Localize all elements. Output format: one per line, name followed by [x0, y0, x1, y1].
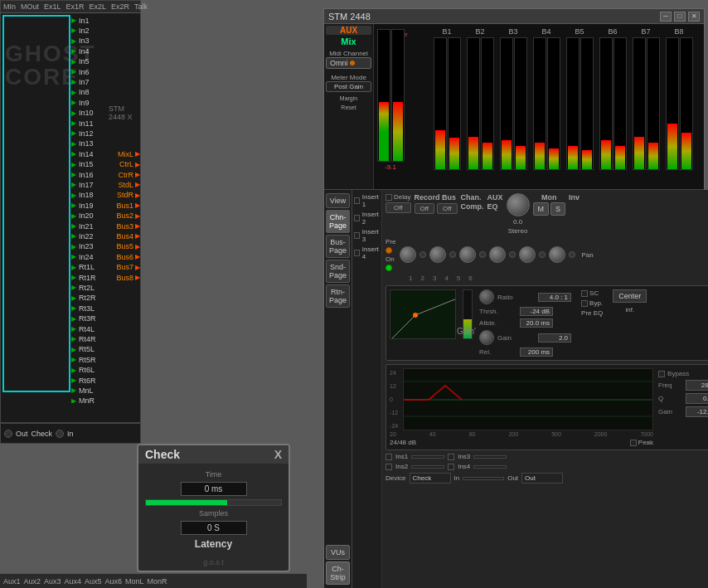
center-btn[interactable]: Center — [613, 289, 647, 303]
header-ex2l[interactable]: Ex2L — [88, 2, 109, 11]
eq-scale-12: 12 — [390, 383, 403, 389]
channel-item[interactable]: ▶MnR — [1, 394, 140, 403]
comp-graph — [390, 289, 456, 339]
in-indicator — [56, 430, 64, 438]
ins1-label: Ins1 — [395, 453, 408, 460]
header-talk[interactable]: Talk — [133, 2, 149, 11]
record-bus-off2-btn[interactable]: Off — [437, 203, 458, 214]
aux-knob-4[interactable] — [489, 246, 506, 263]
rtn-page-btn[interactable]: Rtn-Page — [326, 284, 350, 308]
margin-reset-btn[interactable]: Reset — [326, 104, 371, 110]
insert-2-cb[interactable] — [354, 215, 360, 221]
eq-graph — [403, 368, 653, 430]
footer-aux2[interactable]: Aux2 — [24, 577, 41, 586]
check-titlebar: Check X — [138, 445, 289, 464]
aux-knob-6[interactable] — [549, 246, 565, 263]
device-in-field[interactable] — [463, 477, 504, 480]
vu-channel-b3: B3 — [498, 27, 528, 186]
s-btn[interactable]: S — [550, 202, 565, 216]
footer-aux3[interactable]: Aux3 — [44, 577, 61, 586]
pre-led[interactable] — [386, 247, 392, 254]
bypass-cb[interactable] — [658, 371, 665, 377]
delay-cb[interactable] — [386, 194, 392, 201]
on-led[interactable] — [386, 265, 392, 271]
sc-cb[interactable] — [581, 290, 588, 297]
header-ex1l[interactable]: Ex1L — [42, 2, 63, 11]
aux-led-6[interactable] — [569, 251, 575, 258]
out-label[interactable]: Out — [16, 430, 28, 438]
main-knob[interactable] — [507, 193, 530, 216]
ins3-cb[interactable] — [448, 454, 454, 460]
aux-led-4[interactable] — [509, 251, 516, 258]
ins4-cb[interactable] — [448, 464, 454, 470]
snd-page-btn[interactable]: Snd-Page — [326, 260, 350, 283]
in-label[interactable]: In — [67, 430, 74, 438]
ins2-field[interactable] — [411, 465, 444, 469]
aux-led-1[interactable] — [419, 251, 426, 258]
vu-channel-b4: B4 — [531, 27, 561, 186]
ins3-field[interactable] — [473, 455, 507, 459]
device-field[interactable]: Check — [410, 473, 451, 484]
aux-knob-2[interactable] — [429, 246, 446, 263]
insert-3-cb[interactable] — [354, 232, 360, 239]
ratio-knob[interactable] — [479, 289, 494, 304]
aux-led-3[interactable] — [479, 251, 486, 258]
check-label-small[interactable]: Check — [32, 430, 53, 438]
eq-scale-m12: -12 — [390, 410, 403, 415]
insert-1-cb[interactable] — [354, 197, 360, 204]
header-mout[interactable]: MOut — [19, 2, 41, 11]
omni-btn[interactable]: Omni — [326, 57, 371, 69]
stm-window-controls: ─ □ ✕ — [660, 12, 700, 22]
aux-knob-1[interactable] — [400, 246, 416, 263]
vu-channel-mix: over 6 10 20 30 40 60 -9.1 — [376, 27, 405, 186]
aux-knob-3[interactable] — [459, 246, 476, 263]
vu-bar-B4-r — [547, 37, 560, 170]
chn-page-btn[interactable]: Chn-Page — [326, 210, 350, 233]
aux-knob-5[interactable] — [519, 246, 536, 263]
ins1-field[interactable] — [411, 455, 444, 459]
bus-page-btn[interactable]: Bus-Page — [326, 235, 350, 258]
samples-field[interactable] — [181, 521, 247, 535]
footer-aux4[interactable]: Aux4 — [65, 577, 82, 586]
header-ex2r[interactable]: Ex2R — [109, 2, 131, 11]
delay-off-btn[interactable]: Off — [386, 202, 410, 213]
eq-freq-200: 200 — [508, 431, 518, 437]
vu-bar-B1-r — [448, 37, 461, 170]
stereo-label: Stereo — [508, 227, 528, 235]
footer-aux5[interactable]: Aux5 — [85, 577, 102, 586]
record-bus-off1-btn[interactable]: Off — [415, 203, 435, 214]
inf-btn[interactable]: inf. — [625, 306, 634, 313]
footer-monr[interactable]: MonR — [148, 577, 167, 586]
stm-minimize-btn[interactable]: ─ — [660, 12, 672, 22]
aux-led-5[interactable] — [539, 251, 546, 258]
header-min[interactable]: MIn — [2, 2, 17, 11]
footer-aux6[interactable]: Aux6 — [105, 577, 123, 586]
samples-label: Samples — [199, 509, 228, 518]
gain-knob[interactable] — [479, 330, 494, 345]
vus-btn[interactable]: VUs — [326, 545, 350, 560]
post-gain-btn[interactable]: Post Gain — [326, 81, 371, 92]
insert-4-cb[interactable] — [354, 250, 360, 256]
ch-strip-btn[interactable]: Ch-Strip — [326, 561, 350, 585]
db-range-label: 24/48 dB — [390, 439, 416, 446]
insert-3-label: Insert 3 — [362, 228, 380, 243]
aux-led-2[interactable] — [449, 251, 456, 258]
footer-aux1[interactable]: Aux1 — [3, 577, 21, 586]
device-out-field[interactable]: Out — [521, 473, 563, 484]
ins4-field[interactable] — [473, 465, 507, 469]
peak-cb[interactable] — [630, 440, 637, 446]
rel-row: Rel. 200 ms — [479, 347, 571, 357]
m-btn-top[interactable]: M — [533, 202, 550, 216]
view-btn[interactable]: View — [326, 193, 350, 208]
latency-label: Latency — [195, 538, 232, 550]
byp-cb[interactable] — [581, 300, 588, 307]
stm-close-btn[interactable]: ✕ — [688, 12, 700, 22]
main-area: View Chn-Page Bus-Page Snd-Page Rtn-Page… — [324, 190, 704, 588]
footer-monl[interactable]: MonL — [125, 577, 144, 586]
header-ex1r[interactable]: Ex1R — [65, 2, 86, 11]
time-field[interactable] — [181, 482, 247, 496]
stm-maximize-btn[interactable]: □ — [674, 12, 686, 22]
check-close-btn[interactable]: X — [274, 448, 282, 461]
ins2-cb[interactable] — [386, 464, 392, 470]
ins1-cb[interactable] — [386, 454, 392, 460]
